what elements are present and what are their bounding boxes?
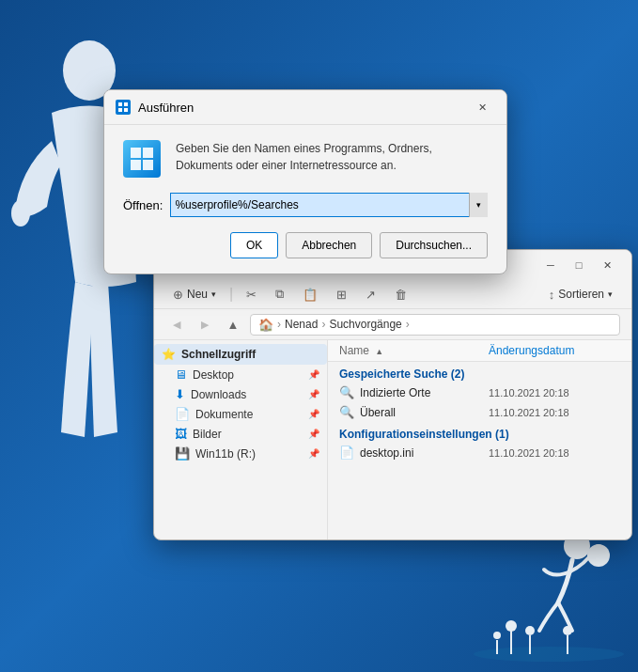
desktop-icon: 🖥 (175, 367, 187, 382)
run-dialog-open-label: Öffnen: (123, 198, 163, 212)
table-row[interactable]: 📄 desktop.ini 11.10.2021 20:18 (328, 443, 631, 462)
share-button[interactable]: ↗ (358, 285, 383, 305)
desktop-ini-icon: 📄 (339, 445, 354, 460)
downloads-pin-icon: 📌 (308, 389, 319, 399)
sidebar-item-desktop[interactable]: 🖥 Desktop 📌 (154, 365, 327, 384)
svg-rect-13 (118, 102, 122, 106)
cut-icon: ✂ (246, 288, 257, 302)
run-dialog-close-button[interactable]: ✕ (469, 98, 495, 117)
file-group-konfiguration: Konfigurationseinstellungen (1) (328, 422, 631, 443)
schnellzugriff-label: Schnellzugriff (181, 348, 256, 361)
delete-icon: 🗑 (395, 288, 407, 302)
svg-rect-19 (131, 160, 141, 170)
path-part-suchvorgaenge: Suchvorgänge (329, 318, 401, 331)
downloads-icon: ⬇ (175, 387, 185, 401)
svg-point-12 (587, 544, 610, 567)
bilder-pin-icon: 📌 (308, 429, 319, 439)
desktop-ini-label: desktop.ini (360, 446, 413, 460)
sidebar-group-schnellzugriff[interactable]: ⭐ Schnellzugriff (154, 344, 327, 365)
indizierte-orte-date: 11.10.2021 20:18 (489, 387, 620, 399)
address-bar[interactable]: 🏠 › Nenad › Suchvorgänge › (250, 314, 620, 336)
svg-point-8 (493, 632, 501, 639)
group2-label: Konfigurationseinstellungen (1) (339, 428, 509, 441)
run-dialog-browse-button[interactable]: Durchsuchen... (380, 232, 488, 258)
rename-button[interactable]: ⊞ (329, 285, 354, 305)
path-sep2: › (321, 318, 325, 331)
explorer-maximize-button[interactable]: □ (566, 256, 592, 274)
sidebar-item-bilder[interactable]: 🖼 Bilder 📌 (154, 424, 327, 444)
svg-rect-17 (131, 148, 141, 158)
column-name[interactable]: Name ▲ (339, 344, 489, 357)
back-button[interactable]: ◀ (165, 313, 188, 336)
column-date-label: Änderungsdatum (489, 344, 574, 357)
file-list-header: Name ▲ Änderungsdatum (328, 340, 631, 362)
ueberall-icon: 🔍 (339, 405, 354, 419)
explorer-minimize-button[interactable]: ─ (537, 256, 564, 274)
svg-rect-14 (124, 102, 128, 106)
delete-button[interactable]: 🗑 (387, 285, 414, 305)
sidebar-item-win11b[interactable]: 💾 Win11b (R:) 📌 (154, 444, 327, 463)
sort-dropdown-icon: ▾ (608, 289, 613, 299)
run-dialog-body: Geben Sie den Namen eines Programms, Ord… (104, 125, 506, 273)
run-dialog-main-icon (123, 140, 161, 178)
svg-rect-18 (143, 148, 153, 158)
run-dialog-title-area: Ausführen (116, 100, 194, 115)
address-home-icon: 🏠 (258, 318, 273, 332)
run-dialog-cancel-button[interactable]: Abbrechen (286, 232, 372, 258)
run-dialog-info: Geben Sie den Namen eines Programms, Ord… (123, 140, 488, 178)
win11b-icon: 💾 (175, 446, 190, 461)
cut-button[interactable]: ✂ (239, 285, 264, 305)
group1-label: Gespeicherte Suche (2) (339, 367, 464, 381)
run-dialog-dropdown-arrow[interactable]: ▾ (469, 193, 488, 217)
forward-button[interactable]: ▶ (194, 313, 216, 336)
desktop-label: Desktop (193, 368, 234, 382)
indizierte-orte-icon: 🔍 (339, 385, 354, 399)
svg-point-6 (525, 626, 535, 635)
explorer-toolbar: ⊕ Neu ▾ | ✂ ⧉ 📋 ⊞ ↗ 🗑 ↕ Sortieren ▾ (154, 280, 631, 309)
ueberall-label: Überall (360, 406, 396, 419)
table-row[interactable]: 🔍 Indizierte Orte 11.10.2021 20:18 (328, 383, 631, 402)
ueberall-date: 11.10.2021 20:18 (489, 407, 620, 418)
run-dialog-titlebar: Ausführen ✕ (104, 90, 506, 125)
run-dialog: Ausführen ✕ Geben Sie den Namen eines Pr… (103, 89, 507, 274)
bilder-label: Bilder (193, 428, 222, 441)
schnellzugriff-icon: ⭐ (162, 348, 176, 361)
downloads-label: Downloads (191, 388, 246, 401)
svg-rect-20 (143, 160, 153, 170)
toolbar-sep1: | (229, 286, 233, 303)
explorer-main: Name ▲ Änderungsdatum Gespeicherte Suche… (328, 340, 631, 539)
sort-button[interactable]: ↕ Sortieren ▾ (541, 285, 620, 305)
win11b-pin-icon: 📌 (308, 448, 319, 459)
run-dialog-input[interactable] (170, 193, 488, 217)
run-dialog-ok-button[interactable]: OK (230, 232, 278, 258)
sidebar-item-dokumente[interactable]: 📄 Dokumente 📌 (154, 404, 327, 424)
explorer-window-controls: ─ □ ✕ (537, 256, 620, 274)
rename-icon: ⊞ (336, 288, 347, 302)
table-row[interactable]: 🔍 Überall 11.10.2021 20:18 (328, 402, 631, 422)
new-button[interactable]: ⊕ Neu ▾ (165, 285, 224, 305)
run-dialog-description: Geben Sie den Namen eines Programms, Ord… (176, 140, 488, 174)
column-date[interactable]: Änderungsdatum (489, 344, 620, 357)
new-dropdown-icon: ▾ (211, 289, 216, 299)
explorer-window: 📁 Suchvorgänge ─ □ ✕ ⊕ Neu ▾ | ✂ ⧉ 📋 ⊞ ↗ (153, 249, 632, 540)
explorer-close-button[interactable]: ✕ (594, 256, 620, 274)
up-button[interactable]: ▲ (222, 313, 244, 336)
path-part-nenad: Nenad (285, 318, 318, 331)
run-dialog-open-row: Öffnen: ▾ (123, 193, 488, 217)
run-dialog-input-wrapper: ▾ (170, 193, 488, 217)
desktop-pin-icon: 📌 (308, 369, 319, 380)
path-sep1: › (277, 318, 281, 331)
paste-icon: 📋 (303, 288, 318, 302)
sidebar-item-downloads[interactable]: ⬇ Downloads 📌 (154, 384, 327, 404)
bilder-icon: 🖼 (175, 427, 187, 441)
copy-button[interactable]: ⧉ (268, 284, 291, 305)
indizierte-orte-label: Indizierte Orte (360, 386, 430, 399)
paste-button[interactable]: 📋 (295, 285, 325, 305)
run-dialog-app-icon (116, 100, 131, 115)
copy-icon: ⧉ (275, 287, 284, 302)
file-indizierte-orte-name: 🔍 Indizierte Orte (339, 385, 489, 399)
sort-arrow-name: ▲ (375, 347, 383, 356)
dokumente-icon: 📄 (175, 407, 190, 421)
svg-point-1 (11, 200, 30, 227)
file-group-gespeicherte-suche: Gespeicherte Suche (2) (328, 362, 631, 383)
